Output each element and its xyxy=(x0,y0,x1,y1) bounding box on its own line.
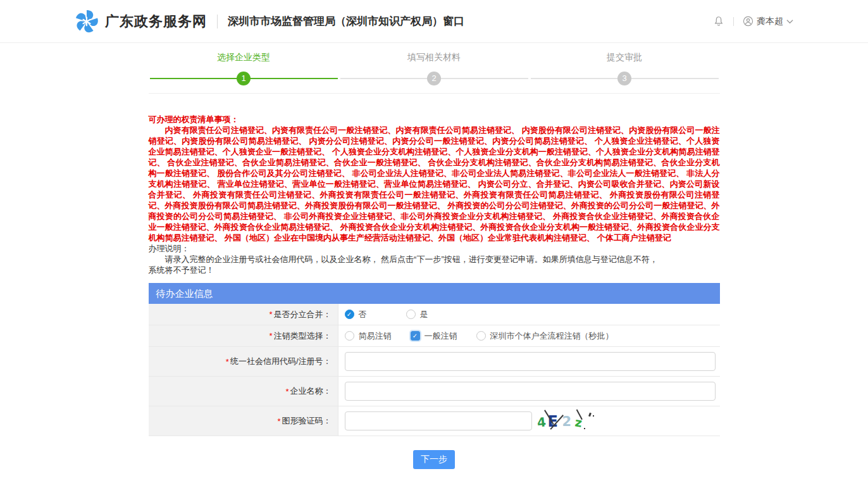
user-name: 龚本超 xyxy=(757,16,783,27)
step-track: 2 xyxy=(339,72,530,85)
row-captcha: * 图形验证码： 4 E 2 z xyxy=(149,406,720,436)
next-step-button[interactable]: 下一步 xyxy=(413,450,455,469)
chevron-down-icon xyxy=(786,19,793,24)
row-company-name: * 企业名称： xyxy=(149,377,720,406)
pinwheel-logo-icon xyxy=(75,9,99,34)
credit-code-input[interactable] xyxy=(345,352,716,371)
notice-body: 内资有限责任公司注销登记、内资有限责任公司一般注销登记、内资有限责任公司简易注销… xyxy=(149,125,720,243)
radio-split-merge-no[interactable]: 否 xyxy=(345,309,367,320)
radio-simple-cancel[interactable]: 简易注销 xyxy=(345,330,392,342)
header-user-area: 龚本超 xyxy=(713,15,793,27)
step-fill-materials: 填写相关材料 2 xyxy=(339,52,530,85)
instructions-line1: 请录入完整的企业注册号或社会信用代码，以及企业名称， 然后点击“下一步”按钮，进… xyxy=(149,254,720,265)
field-label: * 统一社会信用代码/注册号： xyxy=(149,347,338,376)
field-label: * 企业名称： xyxy=(149,377,338,406)
step-number-badge: 1 xyxy=(237,72,251,85)
row-split-merge: * 是否分立合并： 否 是 xyxy=(149,304,720,325)
radio-unchecked-icon xyxy=(476,331,486,341)
captcha-input[interactable] xyxy=(345,411,532,430)
bell-icon[interactable] xyxy=(713,15,724,27)
bureau-window-title: 深圳市市场监督管理局（深圳市知识产权局）窗口 xyxy=(228,14,464,28)
brand-divider xyxy=(217,15,218,28)
header-divider xyxy=(733,17,734,26)
radio-checked-icon xyxy=(345,310,354,319)
step-indicator: 选择企业类型 1 填写相关材料 2 提交审批 3 xyxy=(149,52,720,85)
header-brand-group: 广东政务服务网 深圳市市场监督管理局（深圳市知识产权局）窗口 xyxy=(75,9,464,34)
captcha-char: 4 xyxy=(536,414,546,430)
step-label: 提交审批 xyxy=(530,52,720,63)
required-asterisk: * xyxy=(269,331,272,341)
step-number-badge: 2 xyxy=(427,72,441,85)
field-label: * 是否分立合并： xyxy=(149,304,338,325)
form-section-title: 待办企业信息 xyxy=(149,283,720,304)
radio-sz-individual-full-process-cancel[interactable]: 深圳市个体户全流程注销（秒批） xyxy=(476,330,614,342)
step-submit-approval: 提交审批 3 xyxy=(530,52,720,85)
step-label: 选择企业类型 xyxy=(149,52,339,63)
step-number-badge: 3 xyxy=(617,72,631,85)
user-menu[interactable]: 龚本超 xyxy=(743,16,793,27)
captcha-image[interactable]: 4 E 2 z xyxy=(536,410,594,432)
required-asterisk: * xyxy=(285,387,288,396)
captcha-noise-mark xyxy=(593,415,594,417)
captcha-char: 2 xyxy=(562,414,572,429)
radio-unchecked-icon xyxy=(345,331,354,341)
checkbox-checked-icon xyxy=(411,331,420,341)
main-content: 选择企业类型 1 填写相关材料 2 提交审批 3 可办理的权责清单事项： 内资有… xyxy=(149,52,720,469)
captcha-noise-mark xyxy=(588,413,592,417)
step-track: 3 xyxy=(530,72,720,85)
radio-general-cancel[interactable]: 一般注销 xyxy=(411,330,457,342)
required-asterisk: * xyxy=(269,310,272,319)
step-label: 填写相关材料 xyxy=(339,52,530,63)
company-name-input[interactable] xyxy=(345,382,716,401)
step-track: 1 xyxy=(149,72,339,85)
instructions-line2: 系统将不予登记！ xyxy=(149,265,720,275)
eligible-items-notice: 可办理的权责清单事项： 内资有限责任公司注销登记、内资有限责任公司一般注销登记、… xyxy=(149,114,720,275)
radio-unchecked-icon xyxy=(406,310,416,319)
row-credit-code: * 统一社会信用代码/注册号： xyxy=(149,347,720,377)
field-label: * 注销类型选择： xyxy=(149,325,338,346)
field-label: * 图形验证码： xyxy=(149,406,338,436)
pending-enterprise-form: 待办企业信息 * 是否分立合并： 否 是 * 注销类型选 xyxy=(149,283,720,436)
user-icon xyxy=(743,16,753,27)
instructions-title: 办理说明： xyxy=(149,243,720,254)
top-header: 广东政务服务网 深圳市市场监督管理局（深圳市知识产权局）窗口 龚本超 xyxy=(0,0,868,43)
steps-divider xyxy=(149,93,720,94)
captcha-noise-mark xyxy=(584,428,585,429)
row-cancel-type: * 注销类型选择： 简易注销 一般注销 深圳市个体户全流程注销（秒批） xyxy=(149,325,720,347)
notice-title: 可办理的权责清单事项： xyxy=(149,114,720,125)
radio-split-merge-yes[interactable]: 是 xyxy=(406,309,428,320)
required-asterisk: * xyxy=(277,417,280,426)
form-actions: 下一步 xyxy=(149,450,720,469)
required-asterisk: * xyxy=(226,357,229,367)
step-choose-enterprise-type: 选择企业类型 1 xyxy=(149,52,339,85)
site-brand-title: 广东政务服务网 xyxy=(105,12,207,31)
